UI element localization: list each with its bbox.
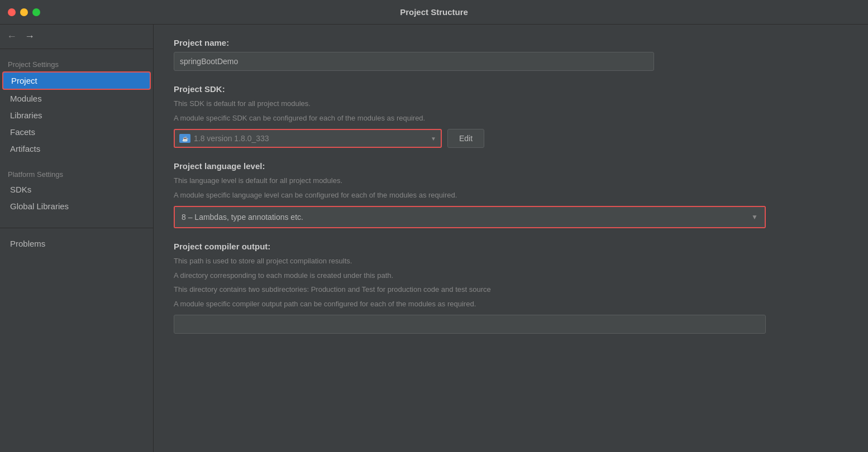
- compiler-desc-3: This directory contains two subdirectori…: [174, 284, 848, 295]
- sidebar-item-global-libraries[interactable]: Global Libraries: [2, 198, 151, 214]
- sdk-edit-button[interactable]: Edit: [447, 129, 484, 148]
- project-compiler-output-section: Project compiler output: This path is us…: [174, 242, 848, 334]
- traffic-lights: [8, 8, 40, 16]
- window-title: Project Structure: [400, 7, 468, 17]
- compiler-desc-4: A module specific compiler output path c…: [174, 299, 848, 310]
- sdk-dropdown[interactable]: ☕ 1.8 version 1.8.0_333 ▼: [174, 129, 442, 148]
- main-content: Project name: Project SDK: This SDK is d…: [154, 25, 868, 452]
- maximize-button[interactable]: [32, 8, 40, 16]
- titlebar: Project Structure: [0, 0, 868, 25]
- sdk-value: 1.8 version 1.8.0_333: [194, 134, 426, 143]
- platform-settings-section-label: Platform Settings: [0, 166, 153, 181]
- project-sdk-section: Project SDK: This SDK is default for all…: [174, 84, 848, 148]
- compiler-output-input[interactable]: [174, 315, 766, 334]
- language-dropdown-wrapper: 8 – Lambdas, type annotations etc. ▼: [174, 206, 766, 228]
- java-sdk-icon: ☕: [179, 134, 190, 143]
- lang-desc-2: A module specific language level can be …: [174, 190, 848, 201]
- project-sdk-label: Project SDK:: [174, 84, 848, 94]
- sidebar-item-project[interactable]: Project: [2, 71, 151, 90]
- sdk-desc-2: A module specific SDK can be configured …: [174, 113, 848, 124]
- close-button[interactable]: [8, 8, 16, 16]
- compiler-desc-2: A directory corresponding to each module…: [174, 270, 848, 281]
- sidebar-item-artifacts[interactable]: Artifacts: [2, 141, 151, 157]
- language-dropdown-arrow: ▼: [751, 213, 758, 221]
- sidebar-item-libraries[interactable]: Libraries: [2, 107, 151, 123]
- sidebar-item-problems[interactable]: Problems: [2, 235, 151, 252]
- problems-section: Problems: [0, 228, 153, 252]
- compiler-desc-1: This path is used to store all project c…: [174, 256, 848, 267]
- lang-desc-1: This language level is default for all p…: [174, 175, 848, 186]
- compiler-output-label: Project compiler output:: [174, 242, 848, 251]
- back-arrow[interactable]: ←: [7, 31, 17, 42]
- main-layout: ← → Project Settings Project Modules Lib…: [0, 25, 868, 452]
- nav-arrows-bar: ← →: [0, 25, 154, 49]
- language-level-label: Project language level:: [174, 161, 848, 171]
- sidebar-item-facets[interactable]: Facets: [2, 124, 151, 140]
- svg-text:☕: ☕: [182, 136, 189, 142]
- sidebar-item-sdks[interactable]: SDKs: [2, 181, 151, 198]
- sidebar: ← → Project Settings Project Modules Lib…: [0, 25, 154, 452]
- project-settings-section-label: Project Settings: [0, 56, 153, 71]
- sidebar-item-modules[interactable]: Modules: [2, 90, 151, 107]
- minimize-button[interactable]: [20, 8, 28, 16]
- language-dropdown[interactable]: 8 – Lambdas, type annotations etc. ▼: [175, 207, 765, 227]
- forward-arrow[interactable]: →: [25, 31, 35, 42]
- project-name-section: Project name:: [174, 38, 848, 71]
- project-language-level-section: Project language level: This language le…: [174, 161, 848, 228]
- sdk-row: ☕ 1.8 version 1.8.0_333 ▼ Edit: [174, 129, 848, 148]
- project-name-label: Project name:: [174, 38, 848, 47]
- project-name-input[interactable]: [174, 52, 654, 71]
- sdk-desc-1: This SDK is default for all project modu…: [174, 98, 848, 109]
- sdk-dropdown-arrow: ▼: [431, 136, 436, 142]
- language-level-value: 8 – Lambdas, type annotations etc.: [182, 213, 751, 222]
